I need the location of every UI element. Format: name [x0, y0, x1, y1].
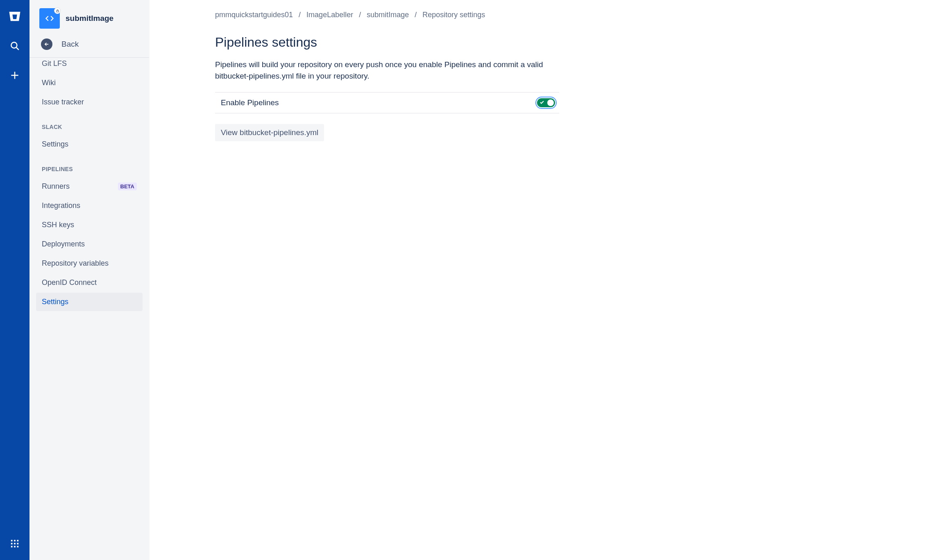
svg-line-1: [16, 47, 19, 50]
repo-sidebar: submitImage Back Git LFS Wiki Issue trac…: [29, 0, 150, 560]
app-switcher-icon[interactable]: [6, 535, 24, 553]
bitbucket-logo-icon[interactable]: [6, 7, 24, 25]
svg-rect-12: [17, 546, 19, 548]
sidebar-scroll[interactable]: Git LFS Wiki Issue tracker SLACK Setting…: [29, 57, 149, 560]
sidebar-header: submitImage: [29, 0, 149, 33]
breadcrumb-separator: /: [359, 11, 361, 19]
sidebar-resize-handle[interactable]: [148, 0, 150, 560]
repo-avatar: [39, 8, 60, 29]
toggle-knob: [547, 99, 554, 106]
svg-rect-9: [17, 543, 19, 544]
sidebar-item-pipelines-settings[interactable]: Settings: [36, 293, 143, 311]
sidebar-item-label: Settings: [42, 140, 68, 149]
check-icon: [540, 100, 544, 105]
svg-rect-10: [11, 546, 13, 548]
lock-icon: [54, 7, 61, 14]
toggle-track: [537, 98, 555, 107]
sidebar-item-issue-tracker[interactable]: Issue tracker: [36, 93, 143, 111]
breadcrumb-separator: /: [415, 11, 417, 19]
page-title: Pipelines settings: [215, 35, 923, 50]
sidebar-item-repository-variables[interactable]: Repository variables: [36, 254, 143, 273]
svg-point-0: [11, 42, 17, 48]
sidebar-item-deployments[interactable]: Deployments: [36, 235, 143, 253]
breadcrumb-link[interactable]: pmmquickstartguides01: [215, 11, 293, 19]
breadcrumb-current[interactable]: Repository settings: [422, 11, 485, 19]
enable-pipelines-label: Enable Pipelines: [221, 98, 279, 107]
sidebar-item-label: SSH keys: [42, 221, 74, 229]
svg-rect-13: [56, 11, 58, 12]
plus-icon[interactable]: [6, 66, 24, 84]
svg-rect-8: [14, 543, 16, 544]
beta-badge: BETA: [118, 183, 137, 190]
back-label: Back: [61, 40, 79, 49]
sidebar-item-slack-settings[interactable]: Settings: [36, 135, 143, 154]
sidebar-item-git-lfs[interactable]: Git LFS: [36, 57, 143, 73]
sidebar-item-openid-connect[interactable]: OpenID Connect: [36, 273, 143, 292]
main-content: pmmquickstartguides01 / ImageLabeller / …: [150, 0, 943, 560]
sidebar-item-label: Git LFS: [42, 59, 67, 68]
breadcrumb-link[interactable]: ImageLabeller: [306, 11, 353, 19]
svg-rect-11: [14, 546, 16, 548]
svg-rect-4: [11, 540, 13, 542]
svg-rect-5: [14, 540, 16, 542]
sidebar-item-label: Runners: [42, 182, 70, 191]
sidebar-item-label: Wiki: [42, 79, 56, 87]
global-nav: [0, 0, 29, 560]
search-icon[interactable]: [6, 37, 24, 55]
breadcrumb-link[interactable]: submitImage: [367, 11, 409, 19]
page-description: Pipelines will build your repository on …: [215, 59, 571, 81]
svg-rect-6: [17, 540, 19, 542]
svg-rect-7: [11, 543, 13, 544]
sidebar-item-label: OpenID Connect: [42, 278, 97, 287]
sidebar-item-label: Settings: [42, 298, 68, 306]
sidebar-section-title: SLACK: [36, 112, 143, 134]
back-arrow-icon: [41, 38, 52, 50]
sidebar-item-label: Integrations: [42, 201, 80, 210]
repo-title: submitImage: [66, 14, 113, 23]
sidebar-item-runners[interactable]: Runners BETA: [36, 177, 143, 196]
enable-pipelines-toggle[interactable]: [537, 98, 555, 107]
sidebar-item-label: Deployments: [42, 240, 85, 248]
sidebar-item-ssh-keys[interactable]: SSH keys: [36, 216, 143, 234]
breadcrumb-separator: /: [299, 11, 301, 19]
sidebar-section-title: PIPELINES: [36, 154, 143, 176]
enable-pipelines-row: Enable Pipelines: [215, 92, 559, 113]
sidebar-back-button[interactable]: Back: [29, 33, 149, 57]
view-pipelines-yml-button[interactable]: View bitbucket-pipelines.yml: [215, 124, 324, 141]
sidebar-item-label: Issue tracker: [42, 98, 84, 106]
breadcrumb: pmmquickstartguides01 / ImageLabeller / …: [215, 11, 923, 19]
sidebar-item-label: Repository variables: [42, 259, 109, 268]
sidebar-item-integrations[interactable]: Integrations: [36, 196, 143, 215]
sidebar-item-wiki[interactable]: Wiki: [36, 74, 143, 92]
